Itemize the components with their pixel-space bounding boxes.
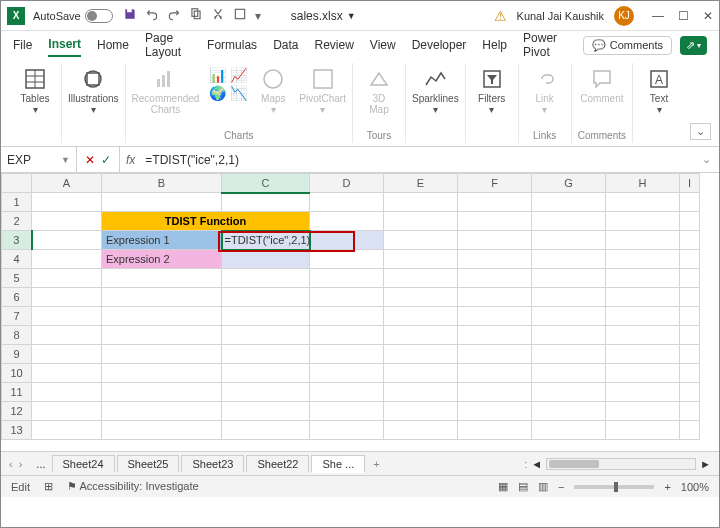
sheet-tab-active[interactable]: She ... [311, 455, 365, 473]
filters-button[interactable]: Filters▾ [472, 67, 512, 115]
row-header-12[interactable]: 12 [2, 402, 32, 421]
spreadsheet-grid[interactable]: A B C D E F G H I 1 2TDIST Function 3Exp… [1, 173, 719, 451]
zoom-in-button[interactable]: + [664, 481, 670, 493]
col-header-F[interactable]: F [458, 174, 532, 193]
accept-formula-icon[interactable]: ✓ [101, 153, 111, 167]
col-header-D[interactable]: D [310, 174, 384, 193]
tab-formulas[interactable]: Formulas [207, 34, 257, 56]
tab-developer[interactable]: Developer [412, 34, 467, 56]
tab-help[interactable]: Help [482, 34, 507, 56]
sheet-nav-prev[interactable]: ‹ [9, 458, 13, 470]
row-header-4[interactable]: 4 [2, 250, 32, 269]
undo-icon[interactable] [145, 7, 159, 24]
sheet-tab-25[interactable]: Sheet25 [117, 455, 180, 472]
row-header-10[interactable]: 10 [2, 364, 32, 383]
save-icon[interactable] [123, 7, 137, 24]
cell-C4[interactable] [222, 250, 310, 269]
row-header-3[interactable]: 3 [2, 231, 32, 250]
minimize-button[interactable]: — [652, 9, 664, 23]
tab-data[interactable]: Data [273, 34, 298, 56]
user-avatar[interactable]: KJ [614, 6, 634, 26]
fx-icon[interactable]: fx [120, 153, 141, 167]
row-header-5[interactable]: 5 [2, 269, 32, 288]
col-header-C[interactable]: C [222, 174, 310, 193]
excel-icon: X [7, 7, 25, 25]
row-header-6[interactable]: 6 [2, 288, 32, 307]
status-icon[interactable]: ⊞ [44, 480, 53, 493]
tab-insert[interactable]: Insert [48, 33, 81, 57]
hscroll-left[interactable]: ◄ [531, 458, 542, 470]
autosave-label: AutoSave [33, 10, 81, 22]
cell-B3[interactable]: Expression 1 [102, 231, 222, 250]
row-header-8[interactable]: 8 [2, 326, 32, 345]
tab-file[interactable]: File [13, 34, 32, 56]
tab-pagelayout[interactable]: Page Layout [145, 27, 191, 63]
close-button[interactable]: ✕ [703, 9, 713, 23]
col-header-B[interactable]: B [102, 174, 222, 193]
row-header-2[interactable]: 2 [2, 212, 32, 231]
text-button[interactable]: AText▾ [639, 67, 679, 115]
sheet-tab-22[interactable]: Sheet22 [246, 455, 309, 472]
row-header-13[interactable]: 13 [2, 421, 32, 440]
sparklines-button[interactable]: Sparklines▾ [412, 67, 459, 115]
cell-header[interactable]: TDIST Function [102, 212, 310, 231]
row-header-7[interactable]: 7 [2, 307, 32, 326]
add-sheet-button[interactable]: + [367, 458, 385, 470]
col-header-A[interactable]: A [32, 174, 102, 193]
share-button[interactable]: ⇗▾ [680, 36, 707, 55]
zoom-out-button[interactable]: − [558, 481, 564, 493]
qat-more-icon[interactable] [233, 7, 247, 24]
row-header-1[interactable]: 1 [2, 193, 32, 212]
warning-icon[interactable]: ⚠ [494, 8, 507, 24]
sheet-tab-23[interactable]: Sheet23 [181, 455, 244, 472]
qat-overflow-icon[interactable]: ▾ [255, 9, 261, 23]
row-header-11[interactable]: 11 [2, 383, 32, 402]
autosave-toggle[interactable] [85, 9, 113, 23]
chart-gallery-1[interactable]: 📊 📈 [209, 67, 247, 83]
col-header-H[interactable]: H [606, 174, 680, 193]
tab-powerpivot[interactable]: Power Pivot [523, 27, 567, 63]
view-normal-icon[interactable]: ▦ [498, 480, 508, 493]
tab-view[interactable]: View [370, 34, 396, 56]
tab-review[interactable]: Review [314, 34, 353, 56]
map3d-button[interactable]: 3D Map [359, 67, 399, 115]
maximize-button[interactable]: ☐ [678, 9, 689, 23]
tab-home[interactable]: Home [97, 34, 129, 56]
zoom-slider[interactable] [574, 485, 654, 489]
cancel-formula-icon[interactable]: ✕ [85, 153, 95, 167]
col-header-E[interactable]: E [384, 174, 458, 193]
comment-button[interactable]: Comment [580, 67, 623, 104]
expand-formula-bar-icon[interactable]: ⌄ [702, 153, 711, 166]
row-header-9[interactable]: 9 [2, 345, 32, 364]
col-header-I[interactable]: I [680, 174, 700, 193]
illustrations-button[interactable]: Illustrations▾ [68, 67, 119, 115]
view-break-icon[interactable]: ▥ [538, 480, 548, 493]
view-page-icon[interactable]: ▤ [518, 480, 528, 493]
zoom-level[interactable]: 100% [681, 481, 709, 493]
copy-icon[interactable] [189, 7, 203, 24]
comments-button[interactable]: 💬 Comments [583, 36, 672, 55]
accessibility-status[interactable]: ⚑ Accessibility: Investigate [67, 480, 199, 493]
cell-C3[interactable]: =TDIST("ice",2,1) [222, 231, 310, 250]
link-button[interactable]: Link▾ [525, 67, 565, 115]
select-all-cell[interactable] [2, 174, 32, 193]
sheet-overflow[interactable]: ... [32, 458, 49, 470]
filename[interactable]: sales.xlsx ▼ [291, 9, 356, 23]
chart-gallery-2[interactable]: 🌍 📉 [209, 85, 247, 101]
recommended-charts-button[interactable]: Recommended Charts [132, 67, 200, 115]
sheet-nav-next[interactable]: › [19, 458, 23, 470]
ribbon-collapse-button[interactable]: ⌄ [690, 123, 711, 140]
tables-button[interactable]: Tables▾ [15, 67, 55, 115]
col-header-G[interactable]: G [532, 174, 606, 193]
horizontal-scrollbar[interactable] [546, 458, 696, 470]
name-box[interactable]: EXP▼ [1, 147, 77, 172]
formula-input[interactable]: =TDIST("ice",2,1) [141, 153, 702, 167]
pivotchart-button[interactable]: PivotChart▾ [299, 67, 346, 115]
cut-icon[interactable] [211, 7, 225, 24]
maps-button[interactable]: Maps▾ [253, 67, 293, 115]
redo-icon[interactable] [167, 7, 181, 24]
hscroll-right[interactable]: ► [700, 458, 711, 470]
cell-B4[interactable]: Expression 2 [102, 250, 222, 269]
sheet-tab-24[interactable]: Sheet24 [52, 455, 115, 472]
user-name[interactable]: Kunal Jai Kaushik [517, 10, 604, 22]
